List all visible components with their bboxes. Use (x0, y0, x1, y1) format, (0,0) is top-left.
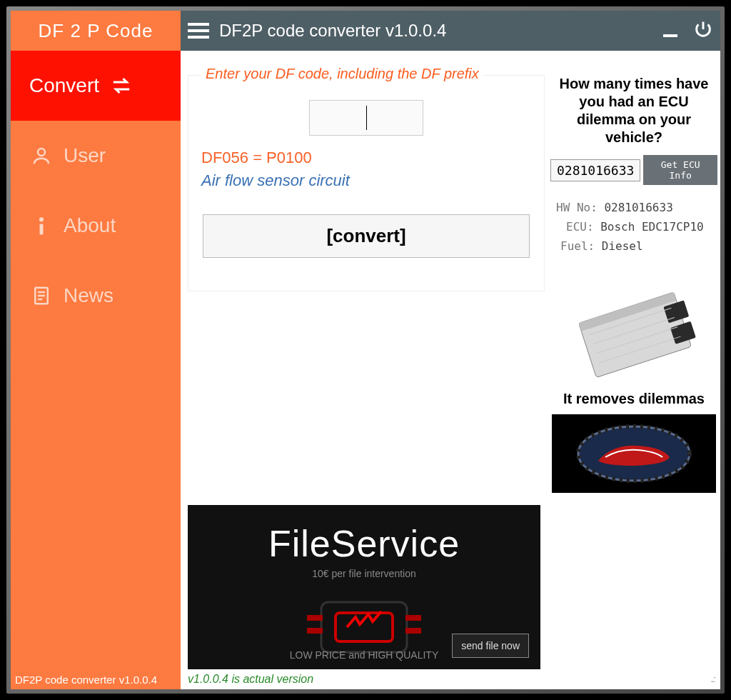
converter-column: Enter your DF code, including the DF pre… (183, 75, 545, 669)
resize-grip-icon[interactable]: ..:: (711, 674, 715, 684)
svg-point-1 (39, 217, 44, 221)
get-ecu-info-button[interactable]: Get ECU Info (643, 155, 717, 185)
sidebar: Convert User (11, 51, 181, 669)
svg-rect-8 (405, 628, 421, 634)
send-file-button[interactable]: send file now (452, 634, 529, 658)
nav-label: User (64, 144, 106, 167)
hw-value: 0281016633 (604, 201, 672, 214)
main-panel: Enter your DF code, including the DF pre… (181, 51, 720, 669)
ecu-value: Bosch EDC17CP10 (600, 220, 704, 234)
nav-convert[interactable]: Convert (11, 51, 181, 121)
ecu-label: ECU: (566, 220, 594, 234)
code-result: DF056 = P0100 (198, 149, 534, 167)
ecu-image (563, 278, 705, 385)
banner-sub1: 10€ per file intervention (312, 568, 416, 579)
title-main: DF2P code converter v1.0.0.4 (181, 11, 720, 51)
fuel-label: Fuel: (560, 239, 595, 253)
app-window: DF 2 P Code DF2P code converter v1.0.0.4… (11, 11, 720, 689)
ecu-specs: HW No: 0281016633 ECU: Bosch EDC17CP10 F… (550, 198, 717, 256)
df-code-input[interactable] (309, 100, 423, 136)
doc-icon (29, 285, 54, 306)
footer-version-status: v1.0.0.4 is actual version (188, 673, 313, 686)
info-icon (29, 215, 54, 236)
banner-sub2: LOW PRICE and HIGH QUALITY (290, 649, 439, 661)
input-fieldset: Enter your DF code, including the DF pre… (188, 75, 545, 291)
svg-rect-6 (307, 628, 323, 634)
nav-news[interactable]: News (11, 261, 181, 331)
banner-title: FileService (268, 522, 460, 565)
nav-about[interactable]: About (11, 191, 181, 261)
body: Convert User (11, 51, 720, 669)
swap-icon (109, 75, 133, 96)
svg-rect-7 (405, 615, 421, 621)
convert-button[interactable]: [convert] (203, 214, 530, 258)
nav-label: News (64, 284, 114, 307)
input-legend: Enter your DF code, including the DF pre… (201, 66, 483, 82)
ecu-number-input[interactable]: 0281016633 (550, 159, 640, 181)
car-logo-banner[interactable] (552, 414, 716, 493)
svg-rect-2 (40, 224, 44, 235)
statusbar: DF2P code converter v1.0.0.4 v1.0.0.4 is… (11, 669, 720, 689)
ecu-question: How many times have you had an ECU dilem… (550, 75, 717, 155)
svg-point-0 (38, 149, 45, 156)
footer-app-name: DF2P code converter v1.0.0.4 (11, 669, 181, 689)
brand-box: DF 2 P Code (11, 11, 181, 51)
hamburger-icon[interactable] (188, 23, 209, 39)
nav-label: Convert (29, 74, 99, 97)
nav-label: About (64, 214, 116, 237)
app-frame: DF 2 P Code DF2P code converter v1.0.0.4… (6, 6, 725, 694)
user-icon (29, 145, 54, 166)
ecu-tagline: It removes dilemmas (550, 391, 717, 407)
title-controls (663, 19, 713, 42)
fuel-value: Diesel (602, 239, 643, 253)
minimize-button[interactable] (663, 24, 677, 37)
titlebar: DF 2 P Code DF2P code converter v1.0.0.4 (11, 11, 720, 51)
brand-label: DF 2 P Code (39, 20, 153, 42)
fileservice-banner[interactable]: FileService 10€ per file intervention (188, 505, 540, 669)
code-description: Air flow sensor circuit (198, 171, 534, 190)
hw-label: HW No: (556, 201, 598, 214)
ecu-column: How many times have you had an ECU dilem… (550, 75, 717, 669)
nav-user[interactable]: User (11, 121, 181, 191)
power-button[interactable] (693, 19, 713, 42)
app-title: DF2P code converter v1.0.0.4 (219, 21, 653, 41)
svg-rect-5 (307, 615, 323, 621)
